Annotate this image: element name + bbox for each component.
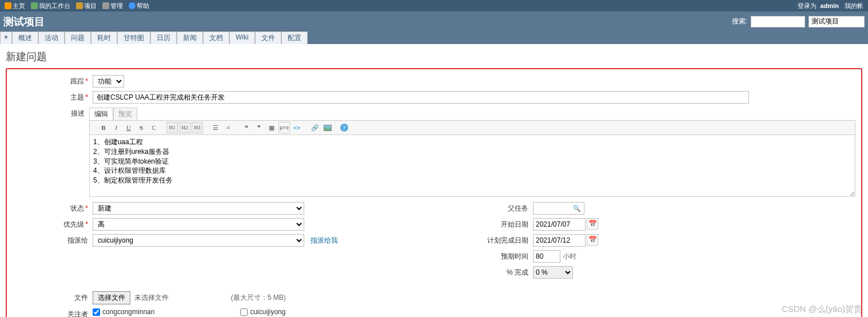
toolbar-help[interactable]: ? <box>340 124 348 132</box>
nav-admin[interactable]: 管理 <box>100 2 125 10</box>
toolbar-code-inline[interactable]: C <box>148 122 160 133</box>
start-date-input[interactable] <box>533 218 586 231</box>
nav-help[interactable]: 帮助 <box>126 2 152 10</box>
priority-label: 优先级* <box>13 218 93 231</box>
tab-settings[interactable]: 配置 <box>281 31 308 44</box>
estimated-label: 预期时间 <box>447 250 533 263</box>
search-icon[interactable]: 🔍 <box>573 205 581 213</box>
search-label: 搜索: <box>732 17 747 26</box>
watchers-label: 关注者 <box>13 308 93 317</box>
nav-home[interactable]: 主页 <box>2 2 27 10</box>
page-title: 新建问题 <box>6 50 862 64</box>
choose-file-button[interactable]: 选择文件 <box>93 291 130 304</box>
watcher-2-checkbox[interactable] <box>240 308 248 316</box>
editor-tab-edit[interactable]: 编辑 <box>89 108 113 121</box>
toolbar-underline[interactable]: U <box>123 122 134 133</box>
start-date-label: 开始日期 <box>447 218 533 231</box>
toolbar-h1[interactable]: H1 <box>166 122 178 133</box>
mypage-icon <box>31 2 38 9</box>
toolbar-codeblock[interactable]: <> <box>291 122 302 133</box>
toolbar-pre[interactable]: pre <box>278 122 290 133</box>
tab-wiki[interactable]: Wiki <box>229 31 255 44</box>
toolbar-table[interactable]: ▦ <box>266 122 277 133</box>
tab-files[interactable]: 文件 <box>255 31 281 44</box>
projects-icon <box>76 2 83 9</box>
editor-tab-preview[interactable]: 预览 <box>113 108 137 121</box>
image-icon <box>324 125 332 131</box>
done-select[interactable]: 0 % <box>533 266 573 279</box>
toolbar-image[interactable] <box>322 122 333 133</box>
watcher-1-checkbox[interactable] <box>93 308 100 316</box>
search-input[interactable] <box>751 16 805 27</box>
tab-overview[interactable]: 概述 <box>12 31 38 44</box>
project-jump-select[interactable] <box>809 16 865 27</box>
tab-documents[interactable]: 文档 <box>203 31 229 44</box>
logged-as: 登录为 admin <box>793 2 841 10</box>
toolbar-bold[interactable]: B <box>98 122 109 133</box>
tab-activity[interactable]: 活动 <box>38 31 65 44</box>
status-select[interactable]: 新建 <box>93 202 304 215</box>
main-tabs: + 概述 活动 问题 耗时 甘特图 日历 新闻 文档 Wiki 文件 配置 <box>0 31 868 44</box>
tab-calendar[interactable]: 日历 <box>150 31 177 44</box>
priority-select[interactable]: 高 <box>93 218 304 231</box>
admin-icon <box>102 2 109 9</box>
editor-toolbar: B I U S C H1 H2 H3 ☰ ≡ ❝ ❞ ▦ pre <box>89 120 855 135</box>
nav-projects[interactable]: 项目 <box>74 2 99 10</box>
toolbar-link[interactable]: 🔗 <box>309 122 321 133</box>
due-date-label: 计划完成日期 <box>447 234 533 247</box>
done-label: % 完成 <box>447 266 533 279</box>
calendar-icon[interactable]: 📅 <box>587 218 598 229</box>
assign-to-me[interactable]: 指派给我 <box>310 236 338 244</box>
toolbar-strike[interactable]: S <box>136 122 147 133</box>
tab-issues[interactable]: 问题 <box>65 31 91 44</box>
files-label: 文件 <box>13 291 93 304</box>
current-user[interactable]: admin <box>821 2 839 9</box>
new-issue-form: 跟踪* 功能 主题* 描述 编辑 预览 B I U S <box>6 68 862 317</box>
tab-news[interactable]: 新闻 <box>177 31 203 44</box>
toolbar-unquote[interactable]: ❞ <box>253 122 265 133</box>
help-icon <box>129 2 136 9</box>
assignee-label: 指派给 <box>13 234 93 247</box>
project-title: 测试项目 <box>3 15 45 29</box>
tracker-select[interactable]: 功能 <box>93 75 124 88</box>
toolbar-italic[interactable]: I <box>110 122 122 133</box>
toolbar-h3[interactable]: H3 <box>192 122 203 133</box>
watcher-2[interactable]: cuicuijiyong <box>240 308 285 316</box>
hours-unit: 小时 <box>563 252 576 260</box>
toolbar-quote[interactable]: ❝ <box>241 122 252 133</box>
due-date-input[interactable] <box>533 234 586 247</box>
home-icon <box>5 2 11 9</box>
parent-label: 父任务 <box>447 202 533 215</box>
watcher-1[interactable]: congcongminnan <box>93 308 154 316</box>
tab-new[interactable]: + <box>0 31 12 44</box>
description-label: 描述 <box>13 107 89 199</box>
subject-label: 主题* <box>13 91 93 104</box>
no-file-text: 未选择文件 <box>134 294 169 302</box>
tab-time[interactable]: 耗时 <box>91 31 117 44</box>
tracker-label: 跟踪* <box>13 75 93 88</box>
calendar-icon[interactable]: 📅 <box>587 234 598 245</box>
watermark: CSDN @么(yāo)贺贵 <box>782 304 862 315</box>
tab-gantt[interactable]: 甘特图 <box>117 31 150 44</box>
toolbar-ul[interactable]: ☰ <box>210 122 221 133</box>
description-textarea[interactable]: 1、创建uaa工程 2、可注册到ureka服务器 3、可实现简单token验证 … <box>89 135 855 197</box>
estimated-input[interactable] <box>533 250 560 263</box>
status-label: 状态* <box>13 202 93 215</box>
nav-mypage[interactable]: 我的工作台 <box>29 2 73 10</box>
subject-input[interactable] <box>93 91 749 104</box>
max-size-text: (最大尺寸：5 MB) <box>231 294 286 302</box>
toolbar-ol[interactable]: ≡ <box>222 122 234 133</box>
toolbar-h2[interactable]: H2 <box>179 122 190 133</box>
assignee-select[interactable]: cuicuijiyong <box>93 234 304 247</box>
nav-account[interactable]: 我的帐 <box>842 2 866 10</box>
